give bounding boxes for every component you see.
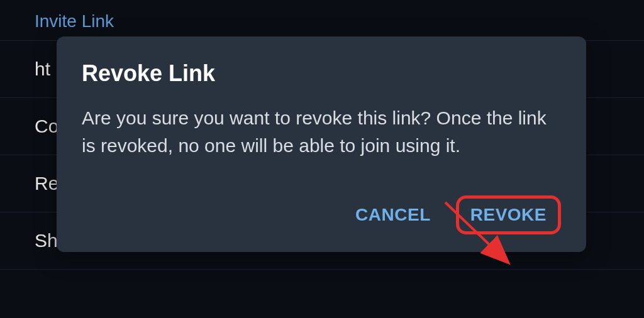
revoke-link-dialog: Revoke Link Are you sure you want to rev… [57, 36, 586, 252]
dialog-title: Revoke Link [82, 60, 561, 87]
dialog-body-text: Are you sure you want to revoke this lin… [82, 104, 561, 159]
revoke-button[interactable]: REVOKE [456, 195, 561, 234]
modal-overlay: Revoke Link Are you sure you want to rev… [0, 0, 644, 318]
cancel-button[interactable]: CANCEL [341, 196, 445, 234]
dialog-actions: CANCEL REVOKE [82, 195, 561, 234]
